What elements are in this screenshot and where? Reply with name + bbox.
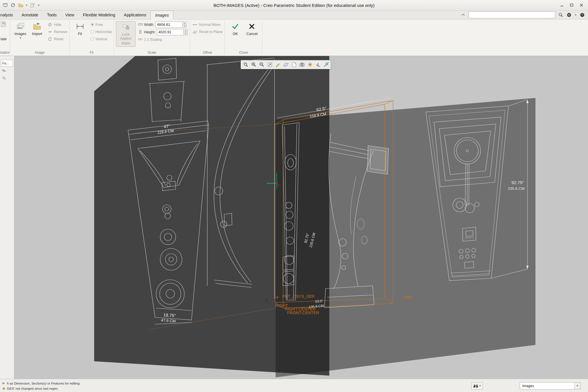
graphics-area[interactable]: 47" 119.4 CM 18.75" 47.6 CM 62.5" 158.8 … (14, 56, 588, 379)
height-input[interactable] (157, 29, 184, 35)
close-button[interactable] (579, 3, 584, 7)
qat-dropdown-icon[interactable]: ▼ (26, 4, 28, 7)
one-to-one-icon (138, 37, 143, 42)
window-controls (559, 3, 588, 7)
images-icon (16, 22, 24, 31)
render-effects-icon[interactable] (306, 61, 314, 68)
import-button[interactable]: Import (29, 21, 45, 36)
search-options-icon[interactable] (566, 12, 572, 18)
width-icon (138, 22, 143, 27)
main-area: Fa... (0, 56, 588, 379)
clip-icon[interactable] (290, 61, 298, 68)
selection-filter-combo[interactable]: Images ▼ (520, 382, 581, 389)
width-input[interactable] (156, 22, 183, 28)
sync-arrows-icon[interactable] (10, 2, 16, 8)
rotate-button-partial[interactable]: tate (1, 37, 7, 41)
capture-icon[interactable] (298, 61, 306, 68)
normal-move-button[interactable]: Normal Move (193, 21, 223, 28)
spinner-down-icon[interactable]: ▼ (183, 25, 186, 28)
reset-button[interactable]: Reset (48, 35, 67, 43)
screen-icon[interactable] (2, 2, 8, 8)
svg-text:53.5": 53.5" (315, 299, 323, 304)
reset-to-plane-button[interactable]: Reset to Plane (193, 28, 223, 35)
fit-horizontal-radio[interactable]: Horizontal (91, 28, 112, 35)
open-icon[interactable] (18, 2, 24, 8)
selection-filter-value: Images (522, 384, 534, 388)
fit-free-label: Free (96, 23, 103, 27)
cancel-x-icon (249, 22, 255, 31)
reset-button-label: Reset (54, 37, 63, 41)
rotate-icon[interactable] (1, 21, 8, 29)
svg-text:?: ? (581, 13, 583, 17)
images-dropdown-icon[interactable]: ▼ (19, 37, 22, 39)
import-button-label: Import (32, 32, 42, 36)
annotate-icon[interactable] (274, 61, 282, 68)
ribbon-tabs: nalysis Annotate Tools View Flexible Mod… (0, 11, 173, 19)
show-tree-icon[interactable] (2, 76, 14, 81)
remove-button-label: Remove (54, 30, 67, 34)
one-to-one-label: 1:1 Scaling (144, 38, 162, 42)
filter-dropdown-icon[interactable]: ▼ (574, 383, 580, 389)
ok-button-label: OK (233, 32, 238, 36)
fit-vertical-radio[interactable]: Vertical (91, 35, 112, 43)
cancel-button[interactable]: Cancel (243, 21, 260, 36)
group-label-offset: Offset (190, 51, 225, 56)
tab-tools[interactable]: Tools (42, 11, 61, 19)
model-tree-icon[interactable] (2, 69, 14, 74)
fit-free-radio[interactable]: Free (91, 21, 112, 28)
group-close: OK Cancel Close (225, 20, 262, 56)
images-button[interactable]: Images ▼ (12, 21, 29, 39)
collapse-ribbon-icon[interactable] (460, 12, 466, 18)
csys-label[interactable]: PRT_CSYS_DEF (282, 294, 315, 299)
remove-button[interactable]: Remove (48, 28, 67, 35)
ok-button[interactable]: OK (227, 21, 243, 36)
find-button[interactable]: ▼ (471, 382, 483, 390)
cancel-button-label: Cancel (246, 32, 258, 36)
tab-images[interactable]: Images (150, 11, 173, 20)
one-to-one-scaling-button[interactable]: 1:1 Scaling (138, 36, 188, 43)
radio-selected-icon (91, 23, 94, 26)
chevron-down-icon[interactable]: ▼ (575, 14, 577, 16)
spinner-up-icon[interactable]: ▲ (183, 22, 186, 25)
ok-check-icon (231, 22, 239, 31)
zoom-in-icon[interactable] (250, 61, 258, 68)
zoom-out-icon[interactable] (258, 61, 266, 68)
width-spinner[interactable]: ▲▼ (183, 22, 187, 28)
group-offset: Normal Move Reset to Plane Offset (190, 20, 225, 56)
qat-dropdown2-icon[interactable]: ▼ (38, 4, 40, 7)
help-icon[interactable]: ? (579, 12, 585, 18)
snap-connector-icon[interactable] (322, 61, 330, 68)
spinner-down-icon[interactable]: ▼ (184, 32, 187, 35)
graphics-toolbar (241, 60, 331, 69)
svg-text:92.75": 92.75" (512, 180, 524, 185)
fit-button[interactable]: Fit (72, 21, 88, 36)
plane-display-icon[interactable] (282, 61, 290, 68)
maximize-button[interactable] (569, 3, 574, 7)
search-icon[interactable] (558, 12, 564, 18)
spinner-up-icon[interactable]: ▲ (184, 29, 187, 32)
tab-view[interactable]: View (61, 11, 78, 19)
datum-top-label[interactable]: TOP (404, 295, 412, 300)
lock-aspect-ratio-button[interactable]: Lock Aspect Ratio (116, 21, 136, 47)
width-label: Width: (144, 23, 154, 27)
tab-analysis[interactable]: nalysis (0, 11, 17, 19)
tab-applications[interactable]: Applications (119, 11, 150, 19)
command-search-input[interactable] (469, 11, 555, 18)
image-plane-front[interactable] (94, 56, 329, 376)
refit-icon[interactable] (266, 61, 274, 68)
find-dropdown-icon[interactable]: ▼ (479, 385, 481, 387)
minimize-button[interactable] (559, 3, 564, 7)
command-list-icon[interactable] (30, 2, 36, 8)
height-row: Height: ▲▼ (138, 28, 188, 36)
tab-flexible-modeling[interactable]: Flexible Modeling (78, 11, 119, 19)
datum-front-center-label[interactable]: FRONT:CENTER (287, 310, 319, 315)
tab-annotate[interactable]: Annotate (17, 11, 42, 19)
hide-button[interactable]: Hide (48, 21, 67, 28)
group-separator (262, 20, 262, 55)
height-spinner[interactable]: ▲▼ (184, 29, 188, 35)
zoom-window-icon[interactable] (242, 61, 249, 68)
ribbon-tab-row: nalysis Annotate Tools View Flexible Mod… (0, 11, 588, 20)
orientation-axes-icon[interactable] (314, 61, 322, 68)
remove-icon (48, 30, 52, 34)
navigator-tab-favorites[interactable]: Fa... (1, 60, 13, 67)
